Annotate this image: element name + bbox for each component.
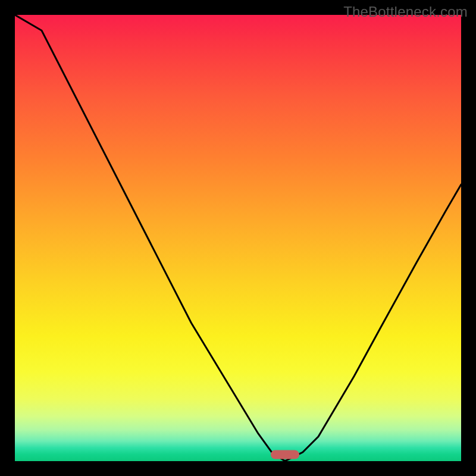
chart-frame: TheBottleneck.com — [0, 0, 476, 476]
plot-area — [15, 15, 461, 461]
optimum-marker — [271, 450, 299, 459]
curve-path — [15, 15, 461, 461]
bottleneck-curve — [15, 15, 461, 461]
watermark-text: TheBottleneck.com — [343, 4, 468, 20]
